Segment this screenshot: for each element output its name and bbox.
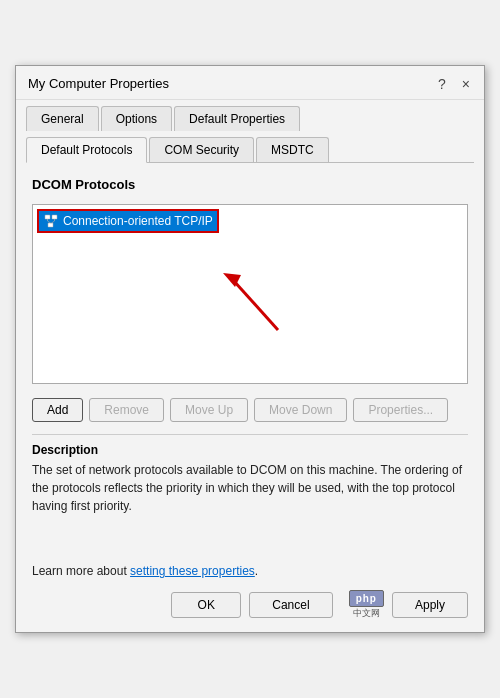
listbox-item-label: Connection-oriented TCP/IP [63,214,213,228]
tabs-row2-container: Default Protocols COM Security MSDTC [16,131,484,163]
title-bar-controls: ? × [434,77,474,91]
properties-button[interactable]: Properties... [353,398,448,422]
red-arrow [213,265,293,338]
description-section: Description The set of network protocols… [32,434,468,515]
move-up-button[interactable]: Move Up [170,398,248,422]
svg-line-5 [48,221,51,223]
main-content: DCOM Protocols [16,163,484,525]
window-title: My Computer Properties [28,76,169,91]
learn-more-text: Learn more about setting these propertie… [32,564,258,578]
tab-general[interactable]: General [26,106,99,131]
learn-more-suffix: . [255,564,258,578]
tab-com-security[interactable]: COM Security [149,137,254,162]
apply-button[interactable]: Apply [392,592,468,618]
tabs-row1: General Options Default Properties [26,100,474,131]
description-title: Description [32,443,468,457]
tabs-row2: Default Protocols COM Security MSDTC [26,131,474,162]
tab-msdtc[interactable]: MSDTC [256,137,329,162]
tab-default-protocols[interactable]: Default Protocols [26,137,147,163]
tab-options[interactable]: Options [101,106,172,131]
listbox-selected-item-border: Connection-oriented TCP/IP [37,209,219,233]
svg-marker-8 [223,273,241,287]
spacer [16,525,484,555]
svg-rect-1 [52,215,57,219]
bottom-buttons-area: OK Cancel php 中文网 Apply [16,582,484,632]
learn-more-prefix: Learn more about [32,564,130,578]
tabs-row1-container: General Options Default Properties [16,100,484,131]
svg-rect-0 [45,215,50,219]
svg-line-7 [233,280,278,330]
add-button[interactable]: Add [32,398,83,422]
window: My Computer Properties ? × General Optio… [15,65,485,633]
svg-line-6 [52,221,55,223]
svg-rect-2 [48,223,53,227]
tab-default-properties[interactable]: Default Properties [174,106,300,131]
listbox-item-tcpip[interactable]: Connection-oriented TCP/IP [39,211,217,231]
protocols-listbox[interactable]: Connection-oriented TCP/IP [32,204,468,384]
php-badge: php 中文网 [349,590,384,620]
cancel-button[interactable]: Cancel [249,592,332,618]
learn-more-link[interactable]: setting these properties [130,564,255,578]
move-down-button[interactable]: Move Down [254,398,347,422]
action-buttons: Add Remove Move Up Move Down Properties.… [32,392,468,424]
remove-button[interactable]: Remove [89,398,164,422]
ok-button[interactable]: OK [171,592,241,618]
dcom-protocols-label: DCOM Protocols [32,177,468,192]
footer-area: Learn more about setting these propertie… [16,555,484,582]
php-sub: 中文网 [353,607,380,620]
php-logo: php [349,590,384,607]
title-bar: My Computer Properties ? × [16,66,484,100]
close-button[interactable]: × [458,77,474,91]
protocol-icon [43,213,59,229]
description-text: The set of network protocols available t… [32,461,468,515]
help-button[interactable]: ? [434,77,450,91]
